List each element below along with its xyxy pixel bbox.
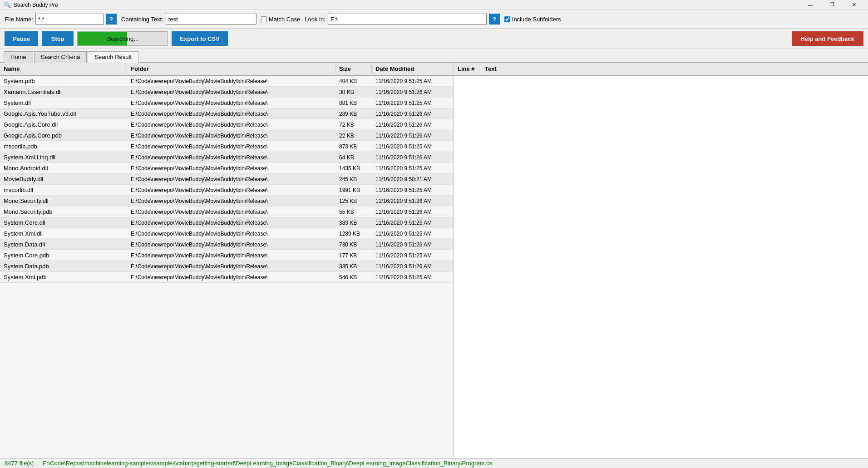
- filename-help-button[interactable]: ?: [106, 14, 117, 25]
- cell-name: Mono.Android.dll: [0, 163, 127, 173]
- minimize-button[interactable]: —: [800, 0, 821, 10]
- table-row[interactable]: Google.Apis.Core.pdb E:\Code\newrepo\Mov…: [0, 130, 454, 141]
- col-header-folder: Folder: [127, 64, 335, 73]
- cell-name: System.pdb: [0, 76, 127, 86]
- filename-group: File Name: ?: [5, 14, 117, 25]
- cell-name: System.Xml.dll: [0, 229, 127, 238]
- app-title: Search Buddy Pro: [14, 2, 800, 8]
- table-row[interactable]: System.Data.dll E:\Code\newrepo\MovieBud…: [0, 239, 454, 250]
- cell-size: 64 KB: [335, 153, 372, 162]
- stop-button[interactable]: Stop: [42, 31, 74, 46]
- cell-name: System.dll: [0, 98, 127, 108]
- table-row[interactable]: System.Xml.Linq.dll E:\Code\newrepo\Movi…: [0, 152, 454, 163]
- title-bar: 🔍 Search Buddy Pro — ❐ ✕: [0, 0, 868, 10]
- cell-name: Mono.Security.pdb: [0, 207, 127, 217]
- cell-date: 11/16/2020 9:51:26 AM: [372, 131, 454, 140]
- cell-folder: E:\Code\newrepo\MovieBuddy\MovieBuddy\bi…: [127, 142, 335, 151]
- table-row[interactable]: System.Xml.pdb E:\Code\newrepo\MovieBudd…: [0, 272, 454, 283]
- cell-size: 289 KB: [335, 109, 372, 118]
- cell-date: 11/16/2020 9:51:25 AM: [372, 229, 454, 238]
- cell-date: 11/16/2020 9:51:25 AM: [372, 273, 454, 282]
- table-row[interactable]: Google.Apis.YouTube.v3.dll E:\Code\newre…: [0, 108, 454, 119]
- table-row[interactable]: System.Core.dll E:\Code\newrepo\MovieBud…: [0, 217, 454, 228]
- cell-name: System.Data.dll: [0, 240, 127, 249]
- table-row[interactable]: MovieBuddy.dll E:\Code\newrepo\MovieBudd…: [0, 174, 454, 185]
- cell-date: 11/16/2020 9:51:26 AM: [372, 109, 454, 118]
- tab-search-result[interactable]: Search Result: [88, 51, 138, 63]
- tab-bar: Home Search Criteria Search Result: [0, 49, 868, 63]
- table-row[interactable]: mscorlib.pdb E:\Code\newrepo\MovieBuddy\…: [0, 141, 454, 152]
- containing-text-input[interactable]: [166, 14, 256, 25]
- cell-size: 1435 KB: [335, 164, 372, 173]
- table-header: Name Folder Size Date Modified: [0, 63, 454, 76]
- cell-date: 11/16/2020 9:51:26 AM: [372, 153, 454, 162]
- filename-label: File Name:: [5, 16, 33, 23]
- cell-size: 245 KB: [335, 175, 372, 184]
- table-row[interactable]: Mono.Security.pdb E:\Code\newrepo\MovieB…: [0, 207, 454, 217]
- help-feedback-button[interactable]: Help and Feedback: [792, 31, 863, 46]
- cell-size: 72 KB: [335, 120, 372, 129]
- lookin-label: Look in:: [305, 16, 326, 23]
- table-row[interactable]: Mono.Security.dll E:\Code\newrepo\MovieB…: [0, 196, 454, 207]
- tab-search-criteria[interactable]: Search Criteria: [34, 51, 87, 63]
- cell-folder: E:\Code\newrepo\MovieBuddy\MovieBuddy\bi…: [127, 175, 335, 184]
- cell-date: 11/16/2020 9:51:25 AM: [372, 142, 454, 151]
- cell-folder: E:\Code\newrepo\MovieBuddy\MovieBuddy\bi…: [127, 197, 335, 206]
- cell-size: 404 KB: [335, 77, 372, 86]
- table-row[interactable]: System.Xml.dll E:\Code\newrepo\MovieBudd…: [0, 228, 454, 239]
- lookin-help-button[interactable]: ?: [489, 14, 500, 25]
- detail-body: [454, 76, 868, 458]
- table-row[interactable]: Mono.Android.dll E:\Code\newrepo\MovieBu…: [0, 163, 454, 174]
- cell-folder: E:\Code\newrepo\MovieBuddy\MovieBuddy\bi…: [127, 88, 335, 97]
- table-row[interactable]: System.Core.pdb E:\Code\newrepo\MovieBud…: [0, 250, 454, 261]
- results-panel: Name Folder Size Date Modified System.pd…: [0, 63, 454, 458]
- table-row[interactable]: System.Data.pdb E:\Code\newrepo\MovieBud…: [0, 261, 454, 272]
- cell-name: System.Xml.pdb: [0, 272, 127, 282]
- close-button[interactable]: ✕: [843, 0, 864, 10]
- filename-input[interactable]: [35, 14, 104, 25]
- cell-date: 11/16/2020 9:51:25 AM: [372, 186, 454, 195]
- table-row[interactable]: System.pdb E:\Code\newrepo\MovieBuddy\Mo…: [0, 76, 454, 87]
- col-header-date: Date Modified: [372, 64, 454, 73]
- cell-name: System.Xml.Linq.dll: [0, 153, 127, 162]
- cell-folder: E:\Code\newrepo\MovieBuddy\MovieBuddy\bi…: [127, 164, 335, 173]
- col-header-name: Name: [0, 64, 127, 73]
- cell-date: 11/16/2020 9:51:26 AM: [372, 197, 454, 206]
- cell-folder: E:\Code\newrepo\MovieBuddy\MovieBuddy\bi…: [127, 99, 335, 108]
- containing-text-label: Containing Text:: [121, 16, 163, 23]
- tab-home[interactable]: Home: [4, 51, 33, 63]
- cell-folder: E:\Code\newrepo\MovieBuddy\MovieBuddy\bi…: [127, 153, 335, 162]
- progress-bar: Searching...: [77, 31, 168, 46]
- pause-button[interactable]: Pause: [5, 31, 38, 46]
- cell-date: 11/16/2020 9:51:26 AM: [372, 207, 454, 217]
- cell-date: 11/16/2020 9:51:26 AM: [372, 262, 454, 271]
- cell-folder: E:\Code\newrepo\MovieBuddy\MovieBuddy\bi…: [127, 229, 335, 238]
- cell-size: 873 KB: [335, 142, 372, 151]
- match-case-checkbox[interactable]: [261, 16, 267, 22]
- progress-label: Searching...: [78, 32, 168, 45]
- cell-date: 11/16/2020 9:51:25 AM: [372, 251, 454, 260]
- lookin-input[interactable]: [328, 14, 487, 25]
- cell-folder: E:\Code\newrepo\MovieBuddy\MovieBuddy\bi…: [127, 77, 335, 86]
- cell-size: 22 KB: [335, 131, 372, 140]
- form-area: File Name: ? Containing Text: Match Case…: [0, 10, 868, 29]
- maximize-button[interactable]: ❐: [822, 0, 843, 10]
- cell-folder: E:\Code\newrepo\MovieBuddy\MovieBuddy\bi…: [127, 109, 335, 118]
- export-csv-button[interactable]: Export to CSV: [172, 31, 227, 46]
- cell-name: Google.Apis.YouTube.v3.dll: [0, 109, 127, 118]
- table-row[interactable]: System.dll E:\Code\newrepo\MovieBuddy\Mo…: [0, 98, 454, 108]
- lookin-group: Look in: ?: [305, 14, 500, 25]
- detail-col-header-line: Line #: [454, 64, 481, 73]
- include-subfolders-group: Include Subfolders: [504, 16, 561, 23]
- cell-date: 11/16/2020 9:51:25 AM: [372, 218, 454, 227]
- cell-name: System.Core.dll: [0, 218, 127, 227]
- table-row[interactable]: Google.Apis.Core.dll E:\Code\newrepo\Mov…: [0, 119, 454, 130]
- detail-col-header-text: Text: [481, 64, 868, 73]
- cell-folder: E:\Code\newrepo\MovieBuddy\MovieBuddy\bi…: [127, 273, 335, 282]
- table-row[interactable]: mscorlib.dll E:\Code\newrepo\MovieBuddy\…: [0, 185, 454, 196]
- include-subfolders-checkbox[interactable]: [504, 16, 510, 22]
- content-area: Name Folder Size Date Modified System.pd…: [0, 63, 868, 458]
- table-row[interactable]: Xamarin.Essentials.dll E:\Code\newrepo\M…: [0, 87, 454, 98]
- cell-date: 11/16/2020 9:51:25 AM: [372, 99, 454, 108]
- cell-folder: E:\Code\newrepo\MovieBuddy\MovieBuddy\bi…: [127, 131, 335, 140]
